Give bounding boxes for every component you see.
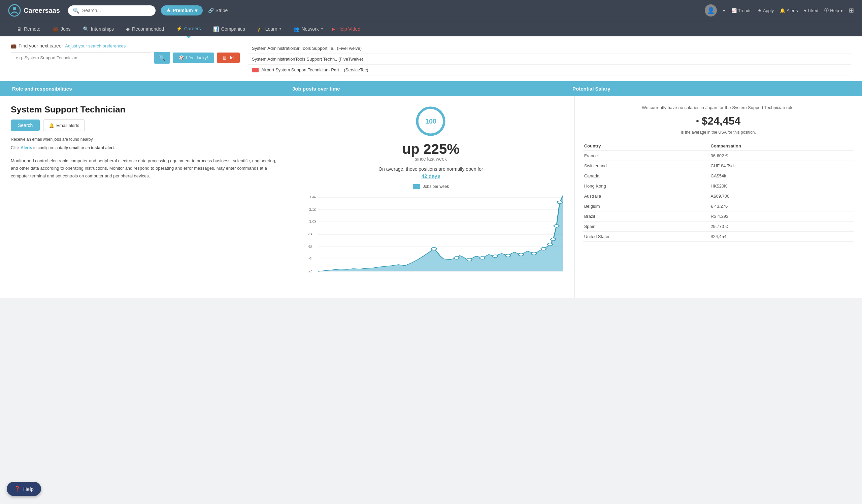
svg-text:14: 14 <box>309 195 316 199</box>
lucky-icon: 🎲 <box>179 55 184 60</box>
svg-text:6: 6 <box>309 244 313 249</box>
action-buttons: Search 🔔 Email alerts <box>11 120 279 131</box>
help-circle-icon: ⓘ <box>824 8 829 13</box>
country-cell: Hong Kong <box>583 181 709 191</box>
svg-point-1 <box>13 7 16 11</box>
header-col1: Role and responsibilities <box>11 86 291 92</box>
help-video-link[interactable]: ▶ Help Video <box>332 26 360 32</box>
avatar-dropdown[interactable]: ▾ <box>723 8 725 13</box>
content-header: Role and responsibilities Job posts over… <box>0 81 862 96</box>
careers-label: Careers <box>184 26 201 31</box>
svg-text:4: 4 <box>309 256 313 261</box>
right-panel: We currently have no salaries in Japan f… <box>575 96 862 298</box>
svg-point-23 <box>506 254 511 257</box>
svg-point-27 <box>548 243 552 246</box>
suggestion-item-1[interactable]: System AdministrationTools Support Techn… <box>248 54 851 65</box>
search-jobs-button[interactable]: Search <box>11 120 40 131</box>
careers-icon: ⚡ <box>176 26 182 31</box>
salary-table: Country Compensation France 36 602 € Swi… <box>583 142 854 242</box>
del-button[interactable]: 🗑 del <box>217 53 240 63</box>
lucky-button[interactable]: 🎲 I feel lucky! <box>173 53 214 63</box>
service-tec-logo <box>252 68 259 72</box>
middle-panel: 100 up 225% since last week On average, … <box>287 96 574 298</box>
sidebar-item-jobs[interactable]: 💼 Jobs <box>47 21 77 36</box>
career-search-row: 🔍 🎲 I feel lucky! 🗑 del <box>11 52 240 64</box>
table-row: Hong Kong HK$20K <box>583 181 854 191</box>
svg-text:2: 2 <box>309 269 313 273</box>
grid-icon[interactable]: ⊞ <box>849 7 854 14</box>
sidebar-item-internships[interactable]: 🔍 Internships <box>77 21 120 36</box>
adjust-preferences-link[interactable]: Adjust your search preferences <box>65 43 126 49</box>
search-section: 💼 Find your next career Adjust your sear… <box>0 36 862 81</box>
career-search-button[interactable]: 🔍 <box>154 52 170 64</box>
compensation-cell: CA$54k <box>709 171 854 181</box>
suggestion-item-0[interactable]: System AdministrationSr Tools Support Te… <box>248 43 851 54</box>
no-salary-text: We currently have no salaries in Japan f… <box>583 104 854 111</box>
logo[interactable]: Careersaas <box>8 4 60 17</box>
briefcase-icon: 💼 <box>53 26 58 32</box>
trends-link[interactable]: 📈 Trends <box>731 8 752 13</box>
find-career-label: 💼 Find your next career Adjust your sear… <box>11 43 240 49</box>
table-row: Spain 29.770 € <box>583 221 854 231</box>
table-row: Canada CA$54k <box>583 171 854 181</box>
svg-text:8: 8 <box>309 232 313 236</box>
country-cell: Switzerland <box>583 161 709 171</box>
avatar[interactable]: 👤 <box>705 4 717 16</box>
stripe-label: Stripe <box>216 8 228 13</box>
svg-point-24 <box>519 253 524 256</box>
compensation-cell: 36 602 € <box>709 150 854 161</box>
country-cell: United States <box>583 231 709 241</box>
compensation-cell: € 43.276 <box>709 201 854 211</box>
open-days-text: On average, these positions are normally… <box>295 166 566 172</box>
companies-label: Companies <box>221 26 245 32</box>
heart-icon: ♥ <box>804 8 807 13</box>
premium-label: Premium <box>173 8 193 13</box>
alerts-link[interactable]: 🔔 Alerts <box>780 8 798 13</box>
premium-button[interactable]: ★ Premium ▾ <box>161 5 203 15</box>
compensation-cell: 29.770 € <box>709 221 854 231</box>
alerts-config-link[interactable]: Alerts <box>21 145 32 150</box>
svg-point-28 <box>551 238 556 241</box>
search-icon: 🔍 <box>73 8 79 14</box>
country-cell: Canada <box>583 171 709 181</box>
top-search-input[interactable] <box>82 8 151 13</box>
compensation-cell: R$ 4.293 <box>709 211 854 221</box>
sidebar-item-companies[interactable]: 📊 Companies <box>207 21 251 36</box>
sidebar-item-careers[interactable]: ⚡ Careers <box>170 21 207 36</box>
jobs-label: Jobs <box>61 26 71 32</box>
suggestion-item-2[interactable]: Airport System Support Technician- Part … <box>248 65 851 76</box>
svg-point-21 <box>480 256 485 259</box>
alert-note-1: Receive an email when jobs are found nea… <box>11 136 279 143</box>
learn-label: Learn <box>265 26 277 32</box>
email-alerts-button[interactable]: 🔔 Email alerts <box>43 120 85 131</box>
bell-alert-icon: 🔔 <box>49 123 54 128</box>
sidebar-item-remote[interactable]: 🖥 Remote <box>11 21 47 36</box>
sidebar-item-learn[interactable]: 🎓 Learn ▾ <box>251 21 288 36</box>
internships-label: Internships <box>91 26 114 32</box>
svg-point-22 <box>493 255 498 257</box>
header-col3: Potential Salary <box>571 86 851 92</box>
apply-link[interactable]: ★ Apply <box>758 8 774 13</box>
compensation-header: Compensation <box>709 142 854 151</box>
sidebar-item-network[interactable]: 👥 Network ▾ <box>287 21 329 36</box>
table-row: Australia A$69,700 <box>583 191 854 201</box>
liked-link[interactable]: ♥ Liked <box>804 8 818 13</box>
open-days-link[interactable]: 42 days <box>295 173 566 179</box>
recommended-icon: ◆ <box>126 26 130 32</box>
country-cell: Australia <box>583 191 709 201</box>
remote-label: Remote <box>24 26 40 32</box>
jobs-chart: 14 12 10 8 6 4 2 <box>295 192 566 280</box>
country-cell: Belgium <box>583 201 709 211</box>
learn-icon: 🎓 <box>257 26 263 32</box>
career-search-input[interactable] <box>11 52 151 63</box>
compensation-cell: CHF 84 Tsd. <box>709 161 854 171</box>
help-link[interactable]: ⓘ Help ▾ <box>824 8 843 13</box>
monitor-icon: 🖥 <box>17 26 22 32</box>
salary-amount: $24,454 <box>583 115 854 127</box>
sidebar-item-recommended[interactable]: ◆ Recommended <box>120 21 170 36</box>
gauge-container: 100 <box>295 104 566 138</box>
stripe-link[interactable]: 🔗 Stripe <box>208 8 228 13</box>
svg-point-29 <box>554 225 559 227</box>
job-count-gauge: 100 <box>414 104 447 138</box>
top-search-box[interactable]: 🔍 <box>68 5 156 16</box>
